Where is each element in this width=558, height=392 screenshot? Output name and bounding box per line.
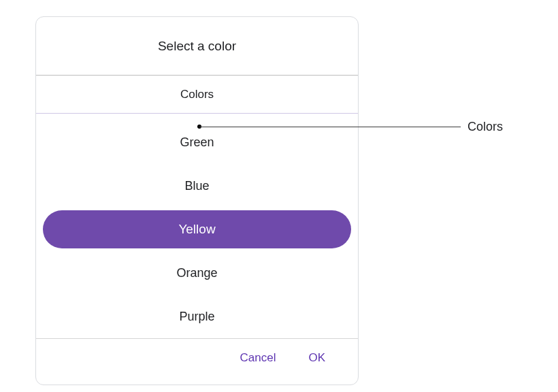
color-option-orange[interactable]: Orange xyxy=(36,251,358,295)
color-option-label: Green xyxy=(180,135,214,150)
cancel-button[interactable]: Cancel xyxy=(240,351,276,365)
color-option-blue[interactable]: Blue xyxy=(36,164,358,208)
callout-label: Colors xyxy=(467,120,503,134)
dialog-actions: Cancel OK xyxy=(36,339,358,377)
color-option-label: Yellow xyxy=(178,222,215,237)
dialog-subheader-text: Colors xyxy=(180,88,214,101)
color-option-yellow[interactable]: Yellow xyxy=(43,210,351,248)
dialog-title-bar: Select a color xyxy=(36,17,358,76)
color-option-purple[interactable]: Purple xyxy=(36,295,358,338)
dialog-title: Select a color xyxy=(158,39,236,54)
callout-line xyxy=(199,127,461,127)
ok-button[interactable]: OK xyxy=(308,351,325,365)
dialog-subheader: Colors xyxy=(36,76,358,114)
color-option-label: Blue xyxy=(184,179,209,193)
color-option-label: Purple xyxy=(179,310,214,324)
color-select-dialog: Select a color Colors Green Blue Yellow … xyxy=(35,16,359,385)
color-option-label: Orange xyxy=(176,266,217,280)
color-list: Green Blue Yellow Orange Purple xyxy=(36,114,358,339)
